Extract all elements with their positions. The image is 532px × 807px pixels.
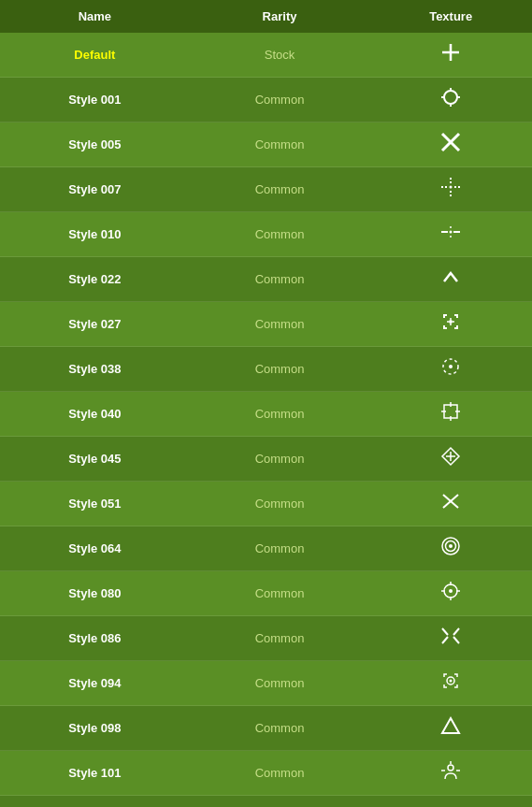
- circle-dots-icon: [440, 356, 461, 382]
- svg-point-42: [449, 589, 453, 593]
- table-row: Style 102Common: [0, 796, 532, 808]
- svg-line-49: [442, 637, 448, 643]
- row-texture-icon: [369, 482, 532, 526]
- table-row: Style 001Common: [0, 78, 532, 122]
- caret-up-icon: [440, 267, 461, 292]
- row-texture-icon: [369, 706, 532, 751]
- table-row: Style 038Common: [0, 347, 532, 392]
- row-name: Style 045: [0, 437, 190, 482]
- row-rarity: Common: [190, 167, 370, 212]
- row-rarity: Common: [190, 78, 370, 122]
- svg-line-50: [453, 637, 459, 643]
- bracket-crosshair-icon: [440, 311, 461, 337]
- triangle-icon: [440, 715, 461, 741]
- table-row: Style 045Common: [0, 437, 532, 482]
- svg-point-19: [449, 320, 453, 324]
- person-crosshair-icon: [440, 760, 461, 785]
- row-name: Style 098: [0, 706, 190, 751]
- row-rarity: Common: [190, 347, 370, 392]
- square-crosshair-icon: [440, 401, 461, 426]
- svg-rect-26: [444, 405, 457, 418]
- svg-line-34: [443, 495, 451, 501]
- svg-line-35: [451, 495, 458, 501]
- row-name: Style 040: [0, 392, 190, 437]
- row-texture-icon: [369, 616, 532, 661]
- row-rarity: Common: [190, 706, 370, 751]
- svg-point-40: [449, 544, 453, 548]
- row-rarity: Common: [190, 526, 370, 571]
- row-name: Style 094: [0, 661, 190, 706]
- row-texture-icon: [369, 167, 532, 212]
- dashed-cross-icon: [440, 177, 461, 202]
- svg-marker-53: [442, 718, 459, 733]
- col-header-rarity: Rarity: [190, 0, 370, 33]
- table-row: Style 086Common: [0, 616, 532, 661]
- row-texture-icon: [369, 392, 532, 437]
- table-row: Style 007Common: [0, 167, 532, 212]
- svg-point-17: [450, 226, 452, 228]
- table-row: Style 040Common: [0, 392, 532, 437]
- row-texture-icon: [369, 257, 532, 302]
- svg-point-18: [450, 236, 452, 238]
- svg-point-2: [444, 91, 457, 104]
- row-rarity: Common: [190, 796, 370, 808]
- target-brackets-icon: [440, 670, 461, 696]
- table-row: Style 027Common: [0, 302, 532, 347]
- table-row: Style 051Common: [0, 482, 532, 526]
- row-rarity: Common: [190, 616, 370, 661]
- svg-line-36: [443, 501, 451, 508]
- row-name: Style 064: [0, 526, 190, 571]
- table-row: Style 064Common: [0, 526, 532, 571]
- table-row: Style 010Common: [0, 212, 532, 257]
- circle-cross-icon: [440, 581, 461, 606]
- row-texture-icon: [369, 571, 532, 616]
- row-rarity: Stock: [190, 33, 370, 78]
- row-texture-icon: [369, 437, 532, 482]
- table-row: Style 080Common: [0, 571, 532, 616]
- row-texture-icon: [369, 796, 532, 808]
- row-texture-icon: [369, 78, 532, 122]
- svg-point-54: [448, 765, 453, 771]
- table-row: DefaultStock: [0, 33, 532, 78]
- row-texture-icon: [369, 212, 532, 257]
- plus-icon: [440, 42, 461, 67]
- row-name: Style 080: [0, 571, 190, 616]
- svg-line-37: [451, 501, 458, 508]
- dash-dot-icon: [440, 222, 461, 247]
- scissors-icon: [440, 491, 461, 516]
- svg-point-13: [450, 186, 453, 189]
- row-texture-icon: [369, 526, 532, 571]
- row-rarity: Common: [190, 212, 370, 257]
- row-name: Style 051: [0, 482, 190, 526]
- diamond-cross-icon: [440, 446, 461, 471]
- row-rarity: Common: [190, 302, 370, 347]
- table-row: Style 101Common: [0, 751, 532, 796]
- table-row: Style 094Common: [0, 661, 532, 706]
- row-rarity: Common: [190, 661, 370, 706]
- row-name: Style 102: [0, 796, 190, 808]
- row-rarity: Common: [190, 482, 370, 526]
- row-rarity: Common: [190, 437, 370, 482]
- row-texture-icon: [369, 661, 532, 706]
- row-name: Style 038: [0, 347, 190, 392]
- row-name: Style 027: [0, 302, 190, 347]
- svg-line-47: [442, 628, 448, 635]
- table-row: Style 022Common: [0, 257, 532, 302]
- bullseye-icon: [440, 536, 461, 561]
- svg-point-25: [449, 365, 453, 368]
- row-rarity: Common: [190, 122, 370, 167]
- row-name: Style 005: [0, 122, 190, 167]
- row-name: Style 086: [0, 616, 190, 661]
- row-name: Style 010: [0, 212, 190, 257]
- table-row: Style 005Common: [0, 122, 532, 167]
- row-rarity: Common: [190, 571, 370, 616]
- row-name: Style 101: [0, 751, 190, 796]
- row-name: Style 022: [0, 257, 190, 302]
- col-header-texture: Texture: [369, 0, 532, 33]
- col-header-name: Name: [0, 0, 190, 33]
- row-texture-icon: [369, 751, 532, 796]
- row-texture-icon: [369, 33, 532, 78]
- crosshair-circle-icon: [440, 87, 461, 112]
- row-texture-icon: [369, 302, 532, 347]
- row-texture-icon: [369, 122, 532, 167]
